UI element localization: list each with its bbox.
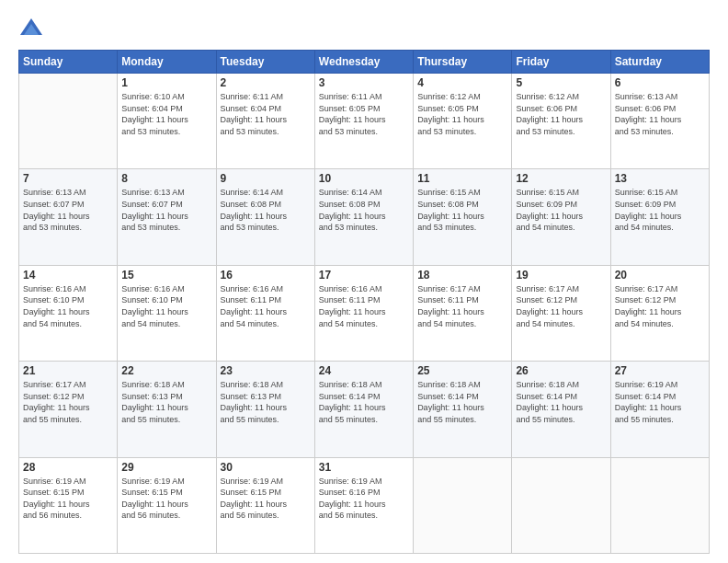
calendar-cell <box>414 457 512 553</box>
day-info: Sunrise: 6:19 AM Sunset: 6:14 PM Dayligh… <box>615 379 705 425</box>
day-info: Sunrise: 6:19 AM Sunset: 6:15 PM Dayligh… <box>23 476 113 522</box>
day-number: 21 <box>23 364 113 377</box>
calendar-cell: 3Sunrise: 6:11 AM Sunset: 6:05 PM Daylig… <box>314 74 413 169</box>
day-number: 15 <box>121 269 211 282</box>
day-info: Sunrise: 6:15 AM Sunset: 6:09 PM Dayligh… <box>615 187 705 233</box>
day-info: Sunrise: 6:11 AM Sunset: 6:04 PM Dayligh… <box>221 91 311 137</box>
calendar-cell: 20Sunrise: 6:17 AM Sunset: 6:12 PM Dayli… <box>610 265 709 361</box>
day-info: Sunrise: 6:16 AM Sunset: 6:11 PM Dayligh… <box>221 283 311 329</box>
day-number: 20 <box>615 269 705 282</box>
day-number: 18 <box>417 269 507 282</box>
calendar-cell: 15Sunrise: 6:16 AM Sunset: 6:10 PM Dayli… <box>118 265 216 361</box>
column-header-monday: Monday <box>118 51 216 74</box>
calendar-cell: 12Sunrise: 6:15 AM Sunset: 6:09 PM Dayli… <box>512 169 610 265</box>
day-info: Sunrise: 6:18 AM Sunset: 6:13 PM Dayligh… <box>121 379 211 425</box>
day-number: 5 <box>516 76 606 89</box>
week-row-3: 14Sunrise: 6:16 AM Sunset: 6:10 PM Dayli… <box>19 265 710 361</box>
calendar-cell: 19Sunrise: 6:17 AM Sunset: 6:12 PM Dayli… <box>512 265 610 361</box>
calendar-cell: 31Sunrise: 6:19 AM Sunset: 6:16 PM Dayli… <box>314 457 413 553</box>
day-number: 30 <box>221 461 311 474</box>
day-number: 26 <box>516 364 606 377</box>
calendar-cell: 25Sunrise: 6:18 AM Sunset: 6:14 PM Dayli… <box>414 362 512 457</box>
day-info: Sunrise: 6:19 AM Sunset: 6:15 PM Dayligh… <box>221 476 311 522</box>
calendar-cell: 27Sunrise: 6:19 AM Sunset: 6:14 PM Dayli… <box>610 362 709 457</box>
calendar-cell: 26Sunrise: 6:18 AM Sunset: 6:14 PM Dayli… <box>512 362 610 457</box>
day-number: 19 <box>516 269 606 282</box>
day-number: 13 <box>615 172 705 185</box>
day-info: Sunrise: 6:13 AM Sunset: 6:07 PM Dayligh… <box>121 187 211 233</box>
calendar-cell <box>512 457 610 553</box>
day-number: 1 <box>121 76 211 89</box>
day-info: Sunrise: 6:14 AM Sunset: 6:08 PM Dayligh… <box>319 187 409 233</box>
day-number: 12 <box>516 172 606 185</box>
column-header-thursday: Thursday <box>414 51 512 74</box>
day-number: 27 <box>615 364 705 377</box>
week-row-1: 1Sunrise: 6:10 AM Sunset: 6:04 PM Daylig… <box>19 74 710 169</box>
day-info: Sunrise: 6:15 AM Sunset: 6:08 PM Dayligh… <box>417 187 507 233</box>
week-row-2: 7Sunrise: 6:13 AM Sunset: 6:07 PM Daylig… <box>19 169 710 265</box>
calendar-cell: 17Sunrise: 6:16 AM Sunset: 6:11 PM Dayli… <box>314 265 413 361</box>
day-info: Sunrise: 6:18 AM Sunset: 6:13 PM Dayligh… <box>221 379 311 425</box>
column-header-tuesday: Tuesday <box>216 51 314 74</box>
day-number: 14 <box>23 269 113 282</box>
column-header-sunday: Sunday <box>19 51 118 74</box>
calendar-cell <box>610 457 709 553</box>
day-info: Sunrise: 6:12 AM Sunset: 6:05 PM Dayligh… <box>417 91 507 137</box>
day-number: 2 <box>221 76 311 89</box>
day-number: 4 <box>417 76 507 89</box>
day-number: 6 <box>615 76 705 89</box>
day-info: Sunrise: 6:14 AM Sunset: 6:08 PM Dayligh… <box>221 187 311 233</box>
day-info: Sunrise: 6:16 AM Sunset: 6:10 PM Dayligh… <box>121 283 211 329</box>
day-number: 28 <box>23 461 113 474</box>
calendar-header-row: SundayMondayTuesdayWednesdayThursdayFrid… <box>19 51 710 74</box>
day-number: 23 <box>221 364 311 377</box>
day-info: Sunrise: 6:17 AM Sunset: 6:11 PM Dayligh… <box>417 283 507 329</box>
calendar-cell: 14Sunrise: 6:16 AM Sunset: 6:10 PM Dayli… <box>19 265 118 361</box>
calendar-cell: 23Sunrise: 6:18 AM Sunset: 6:13 PM Dayli… <box>216 362 314 457</box>
day-info: Sunrise: 6:16 AM Sunset: 6:11 PM Dayligh… <box>319 283 409 329</box>
calendar-cell: 7Sunrise: 6:13 AM Sunset: 6:07 PM Daylig… <box>19 169 118 265</box>
day-info: Sunrise: 6:18 AM Sunset: 6:14 PM Dayligh… <box>319 379 409 425</box>
calendar-cell: 13Sunrise: 6:15 AM Sunset: 6:09 PM Dayli… <box>610 169 709 265</box>
day-info: Sunrise: 6:10 AM Sunset: 6:04 PM Dayligh… <box>121 91 211 137</box>
day-number: 8 <box>121 172 211 185</box>
day-number: 29 <box>121 461 211 474</box>
calendar-cell: 1Sunrise: 6:10 AM Sunset: 6:04 PM Daylig… <box>118 74 216 169</box>
day-number: 3 <box>319 76 409 89</box>
day-info: Sunrise: 6:17 AM Sunset: 6:12 PM Dayligh… <box>516 283 606 329</box>
day-number: 10 <box>319 172 409 185</box>
calendar-cell <box>19 74 118 169</box>
day-info: Sunrise: 6:19 AM Sunset: 6:15 PM Dayligh… <box>121 476 211 522</box>
calendar-cell: 9Sunrise: 6:14 AM Sunset: 6:08 PM Daylig… <box>216 169 314 265</box>
day-info: Sunrise: 6:11 AM Sunset: 6:05 PM Dayligh… <box>319 91 409 137</box>
calendar-cell: 22Sunrise: 6:18 AM Sunset: 6:13 PM Dayli… <box>118 362 216 457</box>
day-info: Sunrise: 6:13 AM Sunset: 6:07 PM Dayligh… <box>23 187 113 233</box>
calendar-cell: 24Sunrise: 6:18 AM Sunset: 6:14 PM Dayli… <box>314 362 413 457</box>
calendar-cell: 21Sunrise: 6:17 AM Sunset: 6:12 PM Dayli… <box>19 362 118 457</box>
day-number: 11 <box>417 172 507 185</box>
day-number: 22 <box>121 364 211 377</box>
calendar-cell: 6Sunrise: 6:13 AM Sunset: 6:06 PM Daylig… <box>610 74 709 169</box>
day-number: 24 <box>319 364 409 377</box>
day-info: Sunrise: 6:18 AM Sunset: 6:14 PM Dayligh… <box>417 379 507 425</box>
calendar-cell: 4Sunrise: 6:12 AM Sunset: 6:05 PM Daylig… <box>414 74 512 169</box>
page: SundayMondayTuesdayWednesdayThursdayFrid… <box>0 0 728 563</box>
day-info: Sunrise: 6:13 AM Sunset: 6:06 PM Dayligh… <box>615 91 705 137</box>
day-info: Sunrise: 6:18 AM Sunset: 6:14 PM Dayligh… <box>516 379 606 425</box>
day-info: Sunrise: 6:17 AM Sunset: 6:12 PM Dayligh… <box>23 379 113 425</box>
day-info: Sunrise: 6:15 AM Sunset: 6:09 PM Dayligh… <box>516 187 606 233</box>
day-number: 31 <box>319 461 409 474</box>
calendar-cell: 11Sunrise: 6:15 AM Sunset: 6:08 PM Dayli… <box>414 169 512 265</box>
header <box>18 17 710 42</box>
day-info: Sunrise: 6:19 AM Sunset: 6:16 PM Dayligh… <box>319 476 409 522</box>
calendar-cell: 18Sunrise: 6:17 AM Sunset: 6:11 PM Dayli… <box>414 265 512 361</box>
calendar-cell: 10Sunrise: 6:14 AM Sunset: 6:08 PM Dayli… <box>314 169 413 265</box>
calendar-cell: 2Sunrise: 6:11 AM Sunset: 6:04 PM Daylig… <box>216 74 314 169</box>
calendar-table: SundayMondayTuesdayWednesdayThursdayFrid… <box>18 50 710 554</box>
calendar-cell: 30Sunrise: 6:19 AM Sunset: 6:15 PM Dayli… <box>216 457 314 553</box>
day-number: 25 <box>417 364 507 377</box>
column-header-friday: Friday <box>512 51 610 74</box>
logo-icon <box>18 17 44 42</box>
day-number: 7 <box>23 172 113 185</box>
week-row-5: 28Sunrise: 6:19 AM Sunset: 6:15 PM Dayli… <box>19 457 710 553</box>
